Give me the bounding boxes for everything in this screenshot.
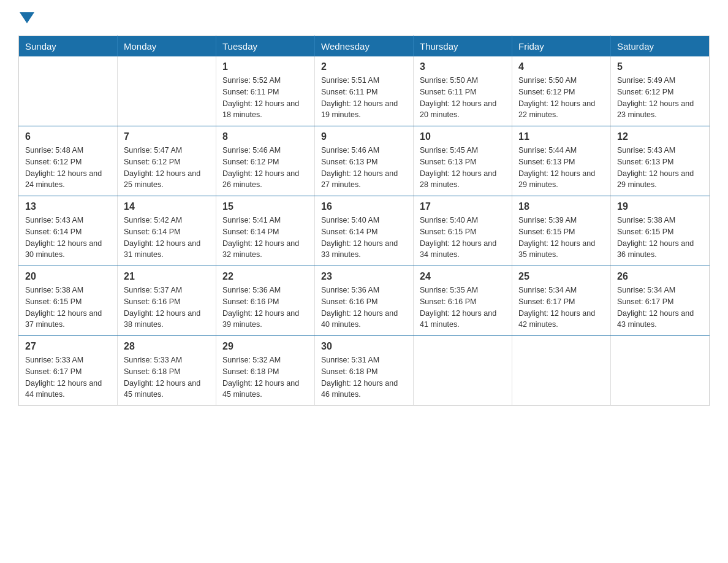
calendar-cell: 14Sunrise: 5:42 AMSunset: 6:14 PMDayligh… xyxy=(118,196,216,266)
day-info: Sunrise: 5:46 AMSunset: 6:12 PMDaylight:… xyxy=(222,145,308,191)
calendar-cell: 2Sunrise: 5:51 AMSunset: 6:11 PMDaylight… xyxy=(315,56,414,126)
calendar-cell: 13Sunrise: 5:43 AMSunset: 6:14 PMDayligh… xyxy=(19,196,118,266)
day-info: Sunrise: 5:36 AMSunset: 6:16 PMDaylight:… xyxy=(222,285,308,331)
calendar-cell: 1Sunrise: 5:52 AMSunset: 6:11 PMDaylight… xyxy=(216,56,315,126)
calendar-cell: 7Sunrise: 5:47 AMSunset: 6:12 PMDaylight… xyxy=(118,126,216,196)
day-number: 9 xyxy=(321,131,407,142)
day-number: 15 xyxy=(222,201,308,212)
calendar-body: 1Sunrise: 5:52 AMSunset: 6:11 PMDaylight… xyxy=(19,56,710,406)
day-info: Sunrise: 5:40 AMSunset: 6:14 PMDaylight:… xyxy=(321,215,407,261)
day-info: Sunrise: 5:37 AMSunset: 6:16 PMDaylight:… xyxy=(124,285,210,331)
day-number: 10 xyxy=(420,131,506,142)
calendar-cell: 21Sunrise: 5:37 AMSunset: 6:16 PMDayligh… xyxy=(118,266,216,336)
calendar-week-row: 20Sunrise: 5:38 AMSunset: 6:15 PMDayligh… xyxy=(19,266,710,336)
calendar-cell: 4Sunrise: 5:50 AMSunset: 6:12 PMDaylight… xyxy=(512,56,611,126)
day-number: 6 xyxy=(25,131,111,142)
day-info: Sunrise: 5:34 AMSunset: 6:17 PMDaylight:… xyxy=(518,285,604,331)
calendar-cell: 24Sunrise: 5:35 AMSunset: 6:16 PMDayligh… xyxy=(414,266,512,336)
day-info: Sunrise: 5:42 AMSunset: 6:14 PMDaylight:… xyxy=(124,215,210,261)
calendar-cell: 12Sunrise: 5:43 AMSunset: 6:13 PMDayligh… xyxy=(611,126,710,196)
day-number: 23 xyxy=(321,271,407,282)
calendar-header: SundayMondayTuesdayWednesdayThursdayFrid… xyxy=(19,36,710,57)
calendar-cell: 6Sunrise: 5:48 AMSunset: 6:12 PMDaylight… xyxy=(19,126,118,196)
day-number: 21 xyxy=(124,271,210,282)
day-number: 24 xyxy=(420,271,506,282)
day-info: Sunrise: 5:31 AMSunset: 6:18 PMDaylight:… xyxy=(321,354,407,400)
day-number: 18 xyxy=(518,201,604,212)
day-info: Sunrise: 5:49 AMSunset: 6:12 PMDaylight:… xyxy=(617,75,703,121)
weekday-header-friday: Friday xyxy=(512,36,611,57)
calendar-cell xyxy=(118,56,216,126)
day-number: 1 xyxy=(222,61,308,72)
day-info: Sunrise: 5:38 AMSunset: 6:15 PMDaylight:… xyxy=(617,215,703,261)
day-info: Sunrise: 5:39 AMSunset: 6:15 PMDaylight:… xyxy=(518,215,604,261)
day-info: Sunrise: 5:36 AMSunset: 6:16 PMDaylight:… xyxy=(321,285,407,331)
calendar-cell: 5Sunrise: 5:49 AMSunset: 6:12 PMDaylight… xyxy=(611,56,710,126)
day-number: 16 xyxy=(321,201,407,212)
day-info: Sunrise: 5:44 AMSunset: 6:13 PMDaylight:… xyxy=(518,145,604,191)
calendar-cell: 15Sunrise: 5:41 AMSunset: 6:14 PMDayligh… xyxy=(216,196,315,266)
calendar-cell: 8Sunrise: 5:46 AMSunset: 6:12 PMDaylight… xyxy=(216,126,315,196)
day-info: Sunrise: 5:41 AMSunset: 6:14 PMDaylight:… xyxy=(222,215,308,261)
day-number: 30 xyxy=(321,341,407,352)
calendar-cell: 20Sunrise: 5:38 AMSunset: 6:15 PMDayligh… xyxy=(19,266,118,336)
day-number: 2 xyxy=(321,61,407,72)
day-info: Sunrise: 5:32 AMSunset: 6:18 PMDaylight:… xyxy=(222,354,308,400)
calendar-cell: 11Sunrise: 5:44 AMSunset: 6:13 PMDayligh… xyxy=(512,126,611,196)
calendar-cell: 3Sunrise: 5:50 AMSunset: 6:11 PMDaylight… xyxy=(414,56,512,126)
day-info: Sunrise: 5:45 AMSunset: 6:13 PMDaylight:… xyxy=(420,145,506,191)
day-info: Sunrise: 5:50 AMSunset: 6:11 PMDaylight:… xyxy=(420,75,506,121)
calendar-cell: 28Sunrise: 5:33 AMSunset: 6:18 PMDayligh… xyxy=(118,336,216,406)
weekday-header-saturday: Saturday xyxy=(611,36,710,57)
day-number: 11 xyxy=(518,131,604,142)
weekday-header-sunday: Sunday xyxy=(19,36,118,57)
calendar-cell xyxy=(414,336,512,406)
day-number: 19 xyxy=(617,201,703,212)
calendar-cell: 10Sunrise: 5:45 AMSunset: 6:13 PMDayligh… xyxy=(414,126,512,196)
day-number: 20 xyxy=(25,271,111,282)
day-number: 8 xyxy=(222,131,308,142)
day-number: 25 xyxy=(518,271,604,282)
calendar-cell: 25Sunrise: 5:34 AMSunset: 6:17 PMDayligh… xyxy=(512,266,611,336)
day-number: 13 xyxy=(25,201,111,212)
calendar-cell xyxy=(19,56,118,126)
day-number: 17 xyxy=(420,201,506,212)
day-info: Sunrise: 5:48 AMSunset: 6:12 PMDaylight:… xyxy=(25,145,111,191)
day-info: Sunrise: 5:38 AMSunset: 6:15 PMDaylight:… xyxy=(25,285,111,331)
day-info: Sunrise: 5:52 AMSunset: 6:11 PMDaylight:… xyxy=(222,75,308,121)
weekday-header-tuesday: Tuesday xyxy=(216,36,315,57)
calendar-week-row: 27Sunrise: 5:33 AMSunset: 6:17 PMDayligh… xyxy=(19,336,710,406)
day-info: Sunrise: 5:47 AMSunset: 6:12 PMDaylight:… xyxy=(124,145,210,191)
day-info: Sunrise: 5:43 AMSunset: 6:13 PMDaylight:… xyxy=(617,145,703,191)
calendar-cell: 27Sunrise: 5:33 AMSunset: 6:17 PMDayligh… xyxy=(19,336,118,406)
day-info: Sunrise: 5:35 AMSunset: 6:16 PMDaylight:… xyxy=(420,285,506,331)
calendar-cell: 18Sunrise: 5:39 AMSunset: 6:15 PMDayligh… xyxy=(512,196,611,266)
weekday-header-thursday: Thursday xyxy=(414,36,512,57)
calendar-cell: 17Sunrise: 5:40 AMSunset: 6:15 PMDayligh… xyxy=(414,196,512,266)
day-info: Sunrise: 5:33 AMSunset: 6:18 PMDaylight:… xyxy=(124,354,210,400)
calendar-cell: 29Sunrise: 5:32 AMSunset: 6:18 PMDayligh… xyxy=(216,336,315,406)
day-number: 27 xyxy=(25,341,111,352)
day-number: 4 xyxy=(518,61,604,72)
day-number: 14 xyxy=(124,201,210,212)
day-info: Sunrise: 5:33 AMSunset: 6:17 PMDaylight:… xyxy=(25,354,111,400)
weekday-header-row: SundayMondayTuesdayWednesdayThursdayFrid… xyxy=(19,36,710,57)
calendar-cell: 22Sunrise: 5:36 AMSunset: 6:16 PMDayligh… xyxy=(216,266,315,336)
day-number: 7 xyxy=(124,131,210,142)
calendar-table: SundayMondayTuesdayWednesdayThursdayFrid… xyxy=(18,36,710,406)
logo xyxy=(18,12,36,23)
day-number: 12 xyxy=(617,131,703,142)
day-number: 28 xyxy=(124,341,210,352)
day-number: 22 xyxy=(222,271,308,282)
day-info: Sunrise: 5:43 AMSunset: 6:14 PMDaylight:… xyxy=(25,215,111,261)
day-number: 3 xyxy=(420,61,506,72)
calendar-cell: 26Sunrise: 5:34 AMSunset: 6:17 PMDayligh… xyxy=(611,266,710,336)
page-header xyxy=(18,12,710,23)
calendar-week-row: 1Sunrise: 5:52 AMSunset: 6:11 PMDaylight… xyxy=(19,56,710,126)
calendar-cell xyxy=(611,336,710,406)
day-number: 5 xyxy=(617,61,703,72)
calendar-cell xyxy=(512,336,611,406)
calendar-cell: 19Sunrise: 5:38 AMSunset: 6:15 PMDayligh… xyxy=(611,196,710,266)
calendar-cell: 23Sunrise: 5:36 AMSunset: 6:16 PMDayligh… xyxy=(315,266,414,336)
day-number: 26 xyxy=(617,271,703,282)
